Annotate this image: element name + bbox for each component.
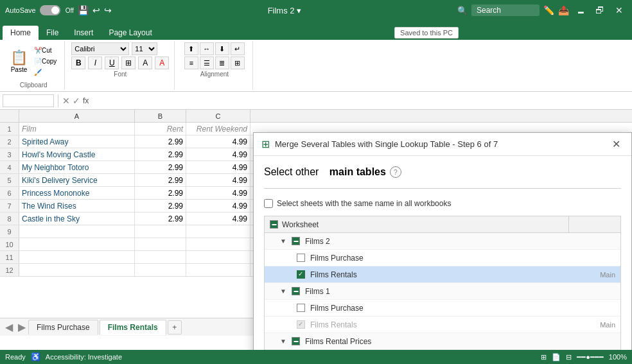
font-selector[interactable]: Calibri xyxy=(71,42,129,55)
undo-icon[interactable]: ↩ xyxy=(92,5,100,15)
confirm-formula-icon[interactable]: ✓ xyxy=(73,96,80,106)
close-button[interactable]: ✕ xyxy=(611,3,627,18)
cell-a8[interactable]: Castle in the Sky xyxy=(19,212,135,225)
align-center-button[interactable]: ☰ xyxy=(200,56,214,69)
cell-b8[interactable]: 2.99 xyxy=(135,212,186,225)
cell-c2[interactable]: 4.99 xyxy=(186,135,250,148)
tree-row-films2[interactable]: ▼ Films 2 xyxy=(265,233,620,250)
tree-row-films1-rentals[interactable]: Films Rentals Main xyxy=(265,316,620,333)
tab-home[interactable]: Home xyxy=(3,26,39,40)
cell-c12[interactable] xyxy=(186,264,250,276)
cell-c11[interactable] xyxy=(186,251,250,263)
cell-b10[interactable] xyxy=(135,238,186,250)
share-icon[interactable]: 📤 xyxy=(558,5,569,15)
cell-a10[interactable] xyxy=(19,238,135,250)
minimize-button[interactable]: 🗕 xyxy=(573,3,588,18)
zoom-slider[interactable]: ━━●━━━ xyxy=(577,353,604,361)
cell-b2[interactable]: 2.99 xyxy=(135,135,186,148)
cell-c3[interactable]: 4.99 xyxy=(186,148,250,160)
check-films2-purchase[interactable] xyxy=(297,254,305,262)
pen-icon[interactable]: ✏️ xyxy=(543,5,554,15)
align-right-button[interactable]: ≣ xyxy=(215,56,229,69)
help-icon[interactable]: ? xyxy=(390,166,401,178)
page-layout-icon[interactable]: 📄 xyxy=(552,353,561,361)
bold-button[interactable]: B xyxy=(71,56,85,69)
italic-button[interactable]: I xyxy=(88,56,102,69)
check-films2-rentals[interactable] xyxy=(297,270,305,279)
tree-header-checkbox[interactable] xyxy=(270,220,278,229)
cell-a2[interactable]: Spirited Away xyxy=(19,135,135,148)
check-films2[interactable] xyxy=(292,237,300,245)
tree-row-films2-purchase[interactable]: Films Purchase xyxy=(265,250,620,266)
tree-row-films1-purchase[interactable]: Films Purchase xyxy=(265,300,620,316)
cell-c5[interactable]: 4.99 xyxy=(186,174,250,186)
wrap-text-button[interactable]: ↵ xyxy=(231,42,245,55)
new-sheet-button[interactable]: + xyxy=(168,320,182,334)
align-middle-button[interactable]: ↔ xyxy=(200,42,214,55)
check-films1-rentals[interactable] xyxy=(297,320,305,329)
cell-b4[interactable]: 2.99 xyxy=(135,161,186,173)
cell-c6[interactable]: 4.99 xyxy=(186,187,250,199)
col-header-b[interactable]: B xyxy=(135,110,186,122)
align-left-button[interactable]: ≡ xyxy=(184,56,198,69)
search-icon[interactable]: 🔍 xyxy=(457,6,468,15)
cell-a11[interactable] xyxy=(19,251,135,263)
cell-a5[interactable]: Kiki's Delivery Service xyxy=(19,174,135,186)
maximize-button[interactable]: 🗗 xyxy=(592,3,608,18)
sheet-tab-films-purchase[interactable]: Films Purchase xyxy=(28,320,98,334)
font-color-button[interactable]: A xyxy=(155,56,169,69)
sheet-tab-films-rentals[interactable]: Films Rentals xyxy=(100,320,166,335)
autosave-toggle[interactable] xyxy=(40,5,60,15)
file-dropdown-icon[interactable]: ▾ xyxy=(297,6,301,15)
tab-page-layout[interactable]: Page Layout xyxy=(101,26,159,40)
cancel-formula-icon[interactable]: ✕ xyxy=(62,96,70,106)
insert-function-icon[interactable]: fx xyxy=(83,96,89,105)
tree-row-frp[interactable]: ▼ Films Rental Prices xyxy=(265,333,620,350)
name-box[interactable] xyxy=(3,94,54,107)
cell-a1[interactable]: Film xyxy=(19,123,135,135)
cell-b12[interactable] xyxy=(135,264,186,276)
cell-b7[interactable]: 2.99 xyxy=(135,200,186,212)
cell-c10[interactable] xyxy=(186,238,250,250)
check-frp[interactable] xyxy=(292,337,300,345)
cell-c4[interactable]: 4.99 xyxy=(186,161,250,173)
align-top-button[interactable]: ⬆ xyxy=(184,42,198,55)
cell-c1[interactable]: Rent Weekend xyxy=(186,123,250,135)
font-size-selector[interactable]: 11 xyxy=(132,42,157,55)
dialog-close-button[interactable]: ✕ xyxy=(608,137,624,152)
fill-color-button[interactable]: A xyxy=(138,56,152,69)
cell-c8[interactable]: 4.99 xyxy=(186,212,250,225)
redo-icon[interactable]: ↪ xyxy=(104,5,112,15)
page-break-icon[interactable]: ⊟ xyxy=(566,353,572,361)
check-films1-purchase[interactable] xyxy=(297,304,305,312)
search-box[interactable]: Search xyxy=(471,4,540,16)
tab-insert[interactable]: Insert xyxy=(66,26,101,40)
format-painter-button[interactable]: 🖌️ xyxy=(31,67,59,77)
cell-b5[interactable]: 2.99 xyxy=(135,174,186,186)
border-button[interactable]: ⊞ xyxy=(121,56,136,69)
col-header-a[interactable]: A xyxy=(19,110,135,122)
normal-view-icon[interactable]: ⊞ xyxy=(541,353,547,361)
cell-c9[interactable] xyxy=(186,225,250,238)
cell-b1[interactable]: Rent xyxy=(135,123,186,135)
cell-a7[interactable]: The Wind Rises xyxy=(19,200,135,212)
tree-row-films2-rentals[interactable]: Films Rentals Main xyxy=(265,266,620,283)
cell-b9[interactable] xyxy=(135,225,186,238)
underline-button[interactable]: U xyxy=(105,56,119,69)
save-icon[interactable]: 💾 xyxy=(78,5,89,15)
cell-b3[interactable]: 2.99 xyxy=(135,148,186,160)
select-same-name-checkbox[interactable] xyxy=(264,199,273,208)
align-bottom-button[interactable]: ⬇ xyxy=(215,42,229,55)
next-sheet-btn[interactable]: ▶ xyxy=(15,321,28,333)
cell-a3[interactable]: Howl's Moving Castle xyxy=(19,148,135,160)
check-films1[interactable] xyxy=(292,287,300,295)
cell-b11[interactable] xyxy=(135,251,186,263)
col-header-c[interactable]: C xyxy=(186,110,250,122)
merge-cells-button[interactable]: ⊞ xyxy=(231,56,245,69)
paste-button[interactable]: 📋 Paste xyxy=(8,48,30,74)
cell-a9[interactable] xyxy=(19,225,135,238)
formula-input[interactable] xyxy=(91,96,629,105)
cell-a12[interactable] xyxy=(19,264,135,276)
cut-button[interactable]: ✂️Cut xyxy=(31,46,59,55)
cell-a4[interactable]: My Neighbor Totoro xyxy=(19,161,135,173)
